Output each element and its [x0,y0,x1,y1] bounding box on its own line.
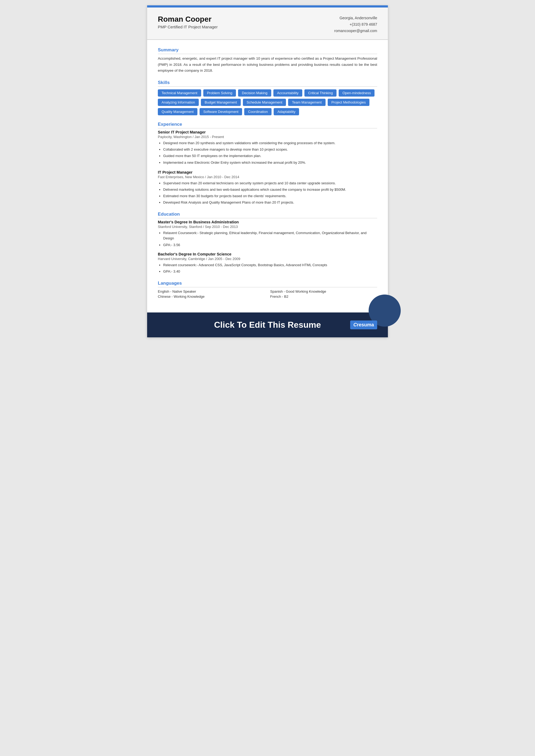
skill-tag: Analyzing Information [158,99,199,106]
exp-bullet: Collaborated with 2 executive managers t… [163,147,377,152]
exp-bullet: Guided more than 50 IT employees on the … [163,153,377,159]
edu-bullets: Relavent Coursework:- Strategic planning… [158,230,377,247]
skill-tag: Budget Management [201,99,241,106]
summary-section: Summary Accomplished, energetic, and exp… [158,47,377,73]
skills-title: Skills [158,80,377,87]
exp-bullet: Designed more than 20 synthesis and syst… [163,140,377,146]
cta-text: Click To Edit This Resume [214,320,321,330]
experience-section: Experience Senior IT Project ManagerPayl… [158,122,377,205]
education-section: Education Master's Degree In Business Ad… [158,211,377,274]
skill-tag: Decision Making [238,89,271,97]
edu-bullets: Relevant coursework:- Advanced CSS, Java… [158,263,377,274]
experience-item: Senior IT Project ManagerPaylocity, Wash… [158,130,377,165]
skill-tag: Adaptability [274,108,299,115]
exp-bullet: Developed Risk Analysis and Quality Mana… [163,200,377,205]
candidate-name: Roman Cooper [158,15,218,23]
resume-content: Summary Accomplished, energetic, and exp… [147,40,388,313]
resume-page: Roman Cooper PMP Certified IT Project Ma… [147,5,388,337]
exp-bullet: Delivered marketing solutions and two we… [163,187,377,192]
header-location: Georgia, Andersonville [334,15,378,21]
exp-bullets: Supervised more than 20 external technic… [158,181,377,206]
skill-tag: Schedule Management [243,99,286,106]
edu-bullet: Relavent Coursework:- Strategic planning… [163,230,377,241]
edu-degree: Bachelor's Degree In Computer Science [158,252,377,256]
logo-icon: C [353,322,357,327]
exp-job-title: IT Project Manager [158,170,377,174]
exp-bullets: Designed more than 20 synthesis and syst… [158,140,377,165]
header-left: Roman Cooper PMP Certified IT Project Ma… [158,15,218,29]
skill-tag: Technical Management [158,89,201,97]
languages-section: Languages English - Native SpeakerSpanis… [158,281,377,298]
summary-text: Accomplished, energetic, and expert IT p… [158,56,377,73]
exp-company: Paylocity, Washington / Jan 2015 - Prese… [158,135,377,139]
edu-bullet: Relevant coursework:- Advanced CSS, Java… [163,263,377,268]
header-email: romancooper@gmail.com [334,28,378,34]
languages-title: Languages [158,281,377,287]
edu-bullet: GPA:- 3.56 [163,242,377,248]
experience-title: Experience [158,122,377,128]
footer-cta[interactable]: Click To Edit This Resume Cresuma [147,313,388,337]
skills-grid: Technical ManagementProblem SolvingDecis… [158,89,377,115]
exp-bullet: Supervised more than 20 external technic… [163,181,377,186]
summary-title: Summary [158,47,377,54]
skill-tag: Critical Thinking [304,89,336,97]
skill-tag: Accountability [273,89,302,97]
language-item: Chinese - Working Knowledge [158,294,265,298]
logo-text: resuma [357,322,374,327]
education-title: Education [158,211,377,218]
education-list: Master's Degree In Business Administrati… [158,220,377,274]
language-item: French - B2 [270,294,377,298]
skill-tag: Software Development [200,108,242,115]
edu-school: Harvard University, Cambridge / Jan 2005… [158,257,377,261]
candidate-title: PMP Certified IT Project Manager [158,25,218,29]
header-contact: Georgia, Andersonville +(310) 879 4687 r… [334,15,378,34]
edu-degree: Master's Degree In Business Administrati… [158,220,377,224]
edu-school: Stanford University, Stanford / Sep 2010… [158,225,377,229]
exp-bullet: Estimated more than 30 budgets for proje… [163,193,377,199]
skill-tag: Coordination [244,108,271,115]
experience-item: IT Project ManagerFast Enterprises, New … [158,170,377,206]
exp-job-title: Senior IT Project Manager [158,130,377,134]
header-phone: +(310) 879 4687 [334,21,378,28]
education-item: Bachelor's Degree In Computer ScienceHar… [158,252,377,274]
skill-tag: Project Methodologies [328,99,370,106]
education-item: Master's Degree In Business Administrati… [158,220,377,247]
language-item: Spanish - Good Working Knowledge [270,290,377,294]
top-accent-bar [147,5,388,8]
languages-grid: English - Native SpeakerSpanish - Good W… [158,290,377,298]
experience-list: Senior IT Project ManagerPaylocity, Wash… [158,130,377,205]
language-item: English - Native Speaker [158,290,265,294]
skills-section: Skills Technical ManagementProblem Solvi… [158,80,377,115]
exp-company: Fast Enterprises, New Mexico / Jan 2010 … [158,175,377,179]
edu-bullet: GPA:- 3.40 [163,269,377,274]
skill-tag: Open-mindedness [339,89,375,97]
footer-logo: Cresuma [350,321,377,329]
resume-header: Roman Cooper PMP Certified IT Project Ma… [147,8,388,40]
exp-bullet: Implemented a new Electronic Order Entry… [163,160,377,165]
skill-tag: Quality Management [158,108,197,115]
skill-tag: Team Management [288,99,325,106]
skill-tag: Problem Solving [203,89,236,97]
